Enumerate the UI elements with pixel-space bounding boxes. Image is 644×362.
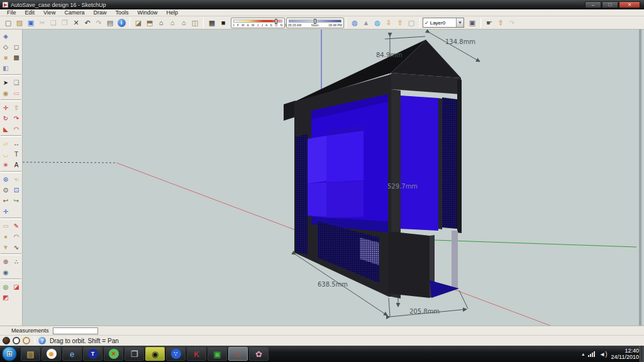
push-pull-large-button[interactable]: ⇧ (495, 17, 506, 28)
app-window-taskbar-button[interactable]: ❐ (125, 347, 144, 361)
view-top-button[interactable]: ⬒ (144, 17, 155, 28)
wireframe-mode-button[interactable]: ◇ (1, 41, 11, 52)
tape-measure-tool-button[interactable]: ▱ (1, 138, 11, 148)
rotate-tool-button[interactable]: ↻ (1, 113, 11, 123)
scale-tool-button[interactable]: ◣ (1, 124, 11, 134)
geolocation-icon[interactable] (3, 337, 10, 344)
paste-button[interactable]: ❐ (59, 17, 70, 28)
chevron-down-icon[interactable]: ▼ (456, 18, 464, 27)
offset-tool-button[interactable]: ◠ (11, 124, 21, 134)
components-button[interactable]: ▢ (406, 17, 417, 28)
monitor-app-taskbar-button[interactable]: ▣ (208, 347, 227, 361)
new-file-button[interactable]: ▢ (3, 17, 14, 28)
t-app-taskbar-button[interactable]: T (83, 347, 103, 361)
section-plane-tool-button[interactable]: ◎ (1, 282, 11, 292)
layer-dropdown[interactable]: ✓ Layer0 ▼ (423, 18, 464, 28)
menu-tools[interactable]: Tools (111, 9, 133, 16)
erase-button[interactable]: ✕ (70, 17, 82, 28)
pan-tool-button[interactable]: ☜ (11, 174, 21, 184)
push-pull-tool-button[interactable]: ⇧ (11, 102, 21, 112)
next-view-tool-button[interactable]: ↪ (11, 195, 21, 206)
redo-button[interactable]: ↷ (93, 17, 104, 28)
copy-button[interactable]: ❏ (48, 17, 59, 28)
help-icon[interactable]: ? (38, 337, 46, 344)
freehand-tool-button[interactable]: ∿ (11, 242, 21, 252)
show-desktop-button[interactable] (640, 346, 644, 362)
3d-text-tool-button[interactable]: A (11, 160, 21, 170)
follow-me-large-button[interactable]: ↷ (506, 17, 518, 28)
position-camera-tool-button[interactable]: ⊕ (1, 256, 11, 266)
view-back-button[interactable]: ⌂ (178, 17, 189, 28)
get-models-button[interactable]: ⇩ (383, 17, 394, 28)
taskbar-clock[interactable]: 12:40 24/11/2010 (611, 348, 639, 360)
arc-tool-button[interactable]: ◠ (11, 231, 21, 241)
kaspersky-taskbar-button[interactable]: K (187, 347, 206, 361)
menu-view[interactable]: View (39, 9, 60, 16)
network-signal-icon[interactable] (588, 351, 595, 357)
menu-draw[interactable]: Draw (89, 9, 111, 16)
protractor-tool-button[interactable]: ◡ (1, 149, 11, 159)
sketchup-taskbar-button[interactable]: ⌂ (228, 347, 248, 361)
toggle-shadows-button[interactable]: ■ (218, 17, 229, 28)
layer-manager-button[interactable]: ▣ (467, 17, 478, 28)
measurements-input[interactable] (53, 327, 98, 334)
toggle-terrain-button[interactable]: ▲ (360, 17, 372, 28)
windows-explorer-taskbar-button[interactable]: ▤ (21, 347, 40, 361)
polygon-tool-button[interactable]: ▼ (1, 242, 11, 252)
model-viewport[interactable]: 134.8mm 84.9mm 529.7mm 638.5mm 205.8mm (23, 30, 641, 326)
shadow-month-slider[interactable]: J F M A M J J A S O N D (231, 18, 285, 28)
media-player-taskbar-button[interactable]: ◉ (42, 347, 61, 361)
paint-app-taskbar-button[interactable]: ✿ (249, 347, 269, 361)
move-large-button[interactable]: ☛ (484, 17, 495, 28)
open-file-button[interactable]: ▨ (14, 17, 25, 28)
menu-camera[interactable]: Camera (60, 9, 89, 16)
dimension-tool-button[interactable]: ↔ (11, 138, 21, 148)
look-around-tool-button[interactable]: ◉ (1, 267, 11, 277)
model-info-button[interactable]: i (116, 17, 127, 28)
eraser-tool-button[interactable]: ▭ (11, 88, 21, 98)
circle-tool-button[interactable]: ● (1, 231, 11, 241)
zoom-extents-tool-button[interactable]: ✛ (1, 206, 11, 216)
hidden-line-mode-button[interactable]: ◻ (11, 41, 21, 52)
print-button[interactable]: ▤ (104, 17, 116, 28)
follow-me-tool-button[interactable]: ↷ (11, 113, 21, 123)
text-tool-button[interactable]: T (11, 149, 21, 159)
view-front-button[interactable]: ⌂ (155, 17, 167, 28)
steam-taskbar-button[interactable]: ◉ (145, 347, 165, 361)
axes-tool-button[interactable]: ✳ (1, 160, 11, 170)
view-left-button[interactable]: ◫ (189, 17, 201, 28)
share-model-button[interactable]: ⇧ (394, 17, 406, 28)
orbit-tool-button[interactable]: ⊛ (1, 174, 11, 184)
undo-button[interactable]: ↶ (82, 17, 93, 28)
line-tool-button[interactable]: ✎ (11, 221, 21, 231)
messenger-offline-taskbar-button[interactable]: ✕ (104, 347, 123, 361)
close-button[interactable]: ✕ (619, 1, 640, 8)
cut-button[interactable]: ✂ (36, 17, 48, 28)
preview-in-google-earth-button[interactable]: ◍ (372, 17, 383, 28)
rectangle-tool-button[interactable]: ▭ (1, 221, 11, 231)
minimize-button[interactable]: – (585, 1, 601, 8)
add-location-button[interactable]: ◍ (349, 17, 360, 28)
zoom-window-tool-button[interactable]: ⊡ (11, 185, 21, 195)
menu-window[interactable]: Window (133, 9, 162, 16)
menu-file[interactable]: File (3, 9, 21, 16)
x-ray-mode-button[interactable]: ◈ (1, 31, 11, 41)
tray-expand-icon[interactable]: ▴ (582, 351, 584, 357)
move-tool-button[interactable]: ✛ (1, 102, 11, 112)
shaded-with-textures-mode-button[interactable]: ▩ (11, 52, 21, 62)
select-tool-button[interactable]: ➤ (1, 77, 11, 87)
shadow-time-slider[interactable]: 05:29 AM Noon 06:48 PM (286, 18, 344, 28)
make-component-tool-button[interactable]: ❏ (11, 77, 21, 87)
save-file-button[interactable]: ▣ (25, 17, 36, 28)
maximize-button[interactable]: □ (602, 1, 618, 8)
menu-help[interactable]: Help (162, 9, 182, 16)
paint-bucket-tool-button[interactable]: ◉ (1, 88, 11, 98)
claim-credit-icon[interactable] (13, 337, 20, 344)
internet-explorer-taskbar-button[interactable]: e (62, 347, 82, 361)
blue-dots-app-taskbar-button[interactable]: ∵ (166, 347, 186, 361)
view-right-button[interactable]: ⌂ (167, 17, 178, 28)
start-button[interactable]: ⊞ (2, 346, 17, 361)
view-iso-button[interactable]: ◪ (133, 17, 144, 28)
volume-icon[interactable]: ◄) (599, 351, 607, 358)
display-section-planes-toggle-button[interactable]: ◪ (11, 282, 21, 292)
